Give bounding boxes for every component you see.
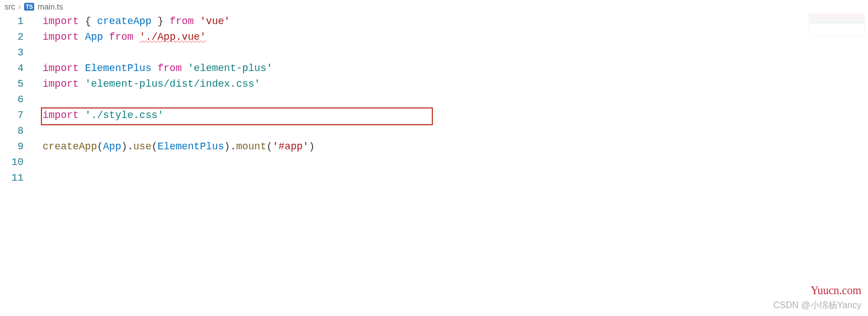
line-number-gutter: 1 2 3 4 5 6 7 8 9 10 11 (0, 13, 31, 186)
breadcrumb[interactable]: src › TS main.ts (0, 0, 868, 13)
code-line: import App from './App.vue' (43, 29, 868, 45)
code-editor[interactable]: 1 2 3 4 5 6 7 8 9 10 11 import { createA… (0, 13, 868, 186)
chevron-right-icon: › (18, 2, 21, 11)
code-line (43, 45, 868, 60)
breadcrumb-folder[interactable]: src (4, 2, 15, 11)
code-line (43, 154, 868, 170)
code-line (43, 92, 868, 107)
code-line (43, 123, 868, 139)
line-number: 10 (0, 154, 24, 170)
line-number: 8 (0, 123, 24, 139)
line-number: 1 (0, 13, 24, 29)
error-squiggle: './App.vue' (139, 31, 206, 43)
line-number: 7 (0, 107, 24, 123)
watermark-csdn: CSDN @小绵杨Yancy (773, 300, 861, 312)
line-number: 11 (0, 170, 24, 186)
code-line: import { createApp } from 'vue' (43, 13, 868, 29)
code-line: import './style.css' (43, 107, 868, 123)
line-number: 2 (0, 29, 24, 45)
line-number: 4 (0, 60, 24, 76)
code-line: import ElementPlus from 'element-plus' (43, 60, 868, 76)
line-number: 9 (0, 139, 24, 154)
code-area[interactable]: import { createApp } from 'vue' import A… (31, 13, 868, 186)
watermark-yuucn: Yuucn.com (810, 284, 861, 297)
code-line: import 'element-plus/dist/index.css' (43, 76, 868, 92)
line-number: 6 (0, 92, 24, 107)
line-number: 3 (0, 45, 24, 60)
minimap[interactable] (809, 13, 865, 36)
typescript-file-icon: TS (24, 3, 34, 11)
breadcrumb-file[interactable]: main.ts (38, 2, 63, 11)
code-line (43, 170, 868, 186)
line-number: 5 (0, 76, 24, 92)
code-line: createApp(App).use(ElementPlus).mount('#… (43, 139, 868, 154)
